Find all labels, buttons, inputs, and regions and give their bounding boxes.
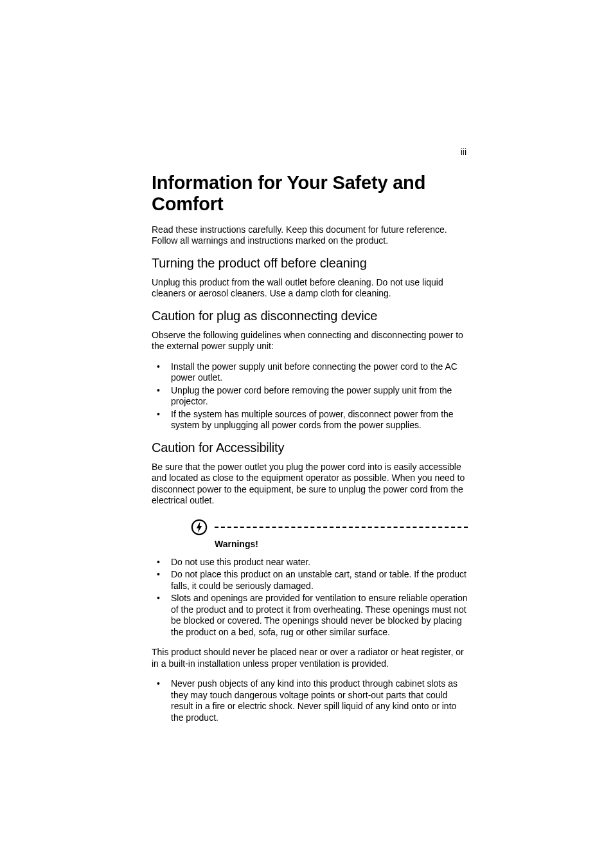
section-heading-plug: Caution for plug as disconnecting device	[152, 309, 468, 323]
list-item: If the system has multiple sources of po…	[152, 409, 468, 431]
section-heading-accessibility: Caution for Accessibility	[152, 440, 468, 455]
warnings-label: Warnings!	[215, 539, 468, 549]
section-para-plug: Observe the following guidelines when co…	[152, 330, 468, 352]
list-item: Install the power supply unit before con…	[152, 361, 468, 384]
intro-paragraph: Read these instructions carefully. Keep …	[152, 224, 468, 247]
list-item: Never push objects of any kind into this…	[152, 678, 468, 723]
warnings-mid-paragraph: This product should never be placed near…	[152, 647, 468, 669]
list-item: Unplug the power cord before removing th…	[152, 385, 468, 408]
dashed-divider	[215, 527, 468, 528]
section-para-cleaning: Unplug this product from the wall outlet…	[152, 277, 468, 300]
bullet-list-warnings-2: Never push objects of any kind into this…	[152, 678, 468, 723]
lightning-warning-icon	[190, 518, 208, 536]
list-item: Slots and openings are provided for vent…	[152, 593, 468, 638]
list-item: Do not use this product near water.	[152, 557, 468, 568]
section-heading-cleaning: Turning the product off before cleaning	[152, 256, 468, 271]
section-para-accessibility: Be sure that the power outlet you plug t…	[152, 462, 468, 507]
bullet-list-plug: Install the power supply unit before con…	[152, 361, 468, 431]
bullet-list-warnings-1: Do not use this product near water. Do n…	[152, 557, 468, 638]
page-content: Information for Your Safety and Comfort …	[152, 147, 468, 732]
warning-block: Warnings!	[152, 518, 468, 549]
document-title: Information for Your Safety and Comfort	[152, 172, 468, 215]
list-item: Do not place this product on an unstable…	[152, 569, 468, 592]
